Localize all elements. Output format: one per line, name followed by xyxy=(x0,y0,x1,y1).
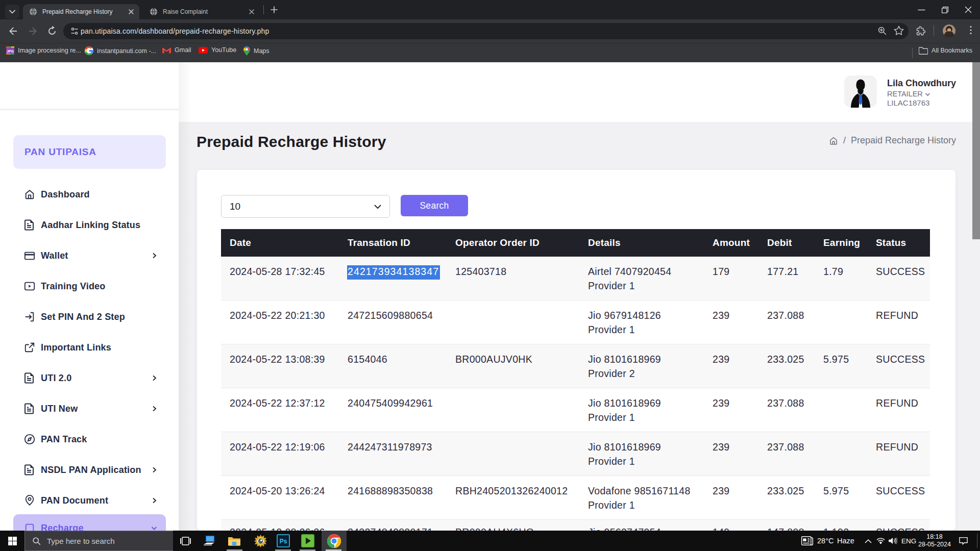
svg-text:JPG: JPG xyxy=(7,49,14,53)
